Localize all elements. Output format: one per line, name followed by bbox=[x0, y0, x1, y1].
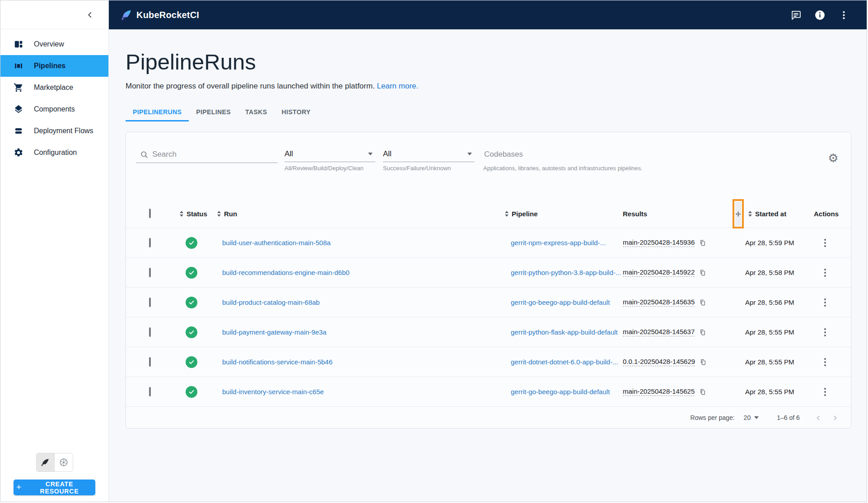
tab-pipelines[interactable]: PIPELINES bbox=[189, 103, 238, 121]
table-row: build-notifications-service-main-5b46 ge… bbox=[126, 347, 851, 377]
run-link[interactable]: build-user-authentication-main-508a bbox=[222, 239, 504, 247]
table-settings-button[interactable]: ⚙ bbox=[826, 151, 840, 165]
result-value[interactable]: main-20250428-145936 bbox=[623, 238, 695, 247]
sidebar-item-components[interactable]: Components bbox=[0, 98, 108, 120]
run-link[interactable]: build-product-catalog-main-68ab bbox=[222, 298, 504, 306]
result-value[interactable]: 0.0.1-20250428-145629 bbox=[623, 358, 695, 366]
sidebar-item-overview[interactable]: Overview bbox=[0, 33, 108, 55]
sidebar-item-label: Components bbox=[34, 105, 75, 113]
started-at-value: Apr 28, 5:59 PM bbox=[745, 239, 814, 247]
column-pipeline[interactable]: Pipeline bbox=[504, 210, 623, 218]
sidebar-header bbox=[0, 0, 108, 29]
tabs: PIPELINERUNS PIPELINES TASKS HISTORY bbox=[126, 103, 850, 121]
status-filter[interactable]: All Success/Failure/Unknown bbox=[383, 149, 475, 172]
sidebar-item-label: Marketplace bbox=[34, 84, 73, 92]
pipeline-link[interactable]: gerrit-python-flask-app-build-default bbox=[511, 328, 623, 336]
feedback-chat-button[interactable] bbox=[790, 9, 802, 21]
row-checkbox[interactable] bbox=[149, 387, 151, 396]
row-actions-button[interactable] bbox=[814, 388, 830, 396]
result-value[interactable]: main-20250428-145637 bbox=[623, 328, 695, 336]
row-actions-button[interactable] bbox=[814, 358, 830, 366]
overflow-menu-button[interactable] bbox=[838, 9, 849, 21]
codebases-input[interactable] bbox=[483, 149, 772, 162]
column-results: Results bbox=[623, 210, 733, 218]
next-page-button[interactable]: › bbox=[833, 412, 837, 423]
page-title: PipelineRuns bbox=[126, 49, 850, 75]
search-input[interactable] bbox=[151, 149, 264, 159]
copy-icon bbox=[699, 329, 706, 336]
table-row: build-payment-gateway-main-9e3a gerrit-p… bbox=[126, 317, 851, 347]
chevron-down-icon bbox=[368, 153, 373, 155]
row-actions-button[interactable] bbox=[814, 328, 830, 336]
kubernetes-view-toggle[interactable] bbox=[55, 453, 73, 471]
pipelineruns-card: All All/Review/Build/Deploy/Clean All Su… bbox=[126, 132, 851, 428]
run-link[interactable]: build-notifications-service-main-5b46 bbox=[222, 358, 504, 366]
flows-icon bbox=[14, 126, 23, 136]
previous-page-button[interactable]: ‹ bbox=[816, 412, 821, 423]
column-status[interactable]: Status bbox=[172, 210, 215, 218]
row-checkbox[interactable] bbox=[149, 238, 151, 247]
sort-icon bbox=[505, 211, 509, 217]
search-field bbox=[136, 149, 278, 163]
sidebar-item-pipelines[interactable]: Pipelines bbox=[0, 55, 108, 77]
pagination-nav: ‹ › bbox=[816, 412, 837, 423]
kuberocketci-view-toggle[interactable] bbox=[37, 453, 55, 471]
pipeline-link[interactable]: gerrit-npm-express-app-build-... bbox=[511, 239, 623, 247]
column-actions: Actions bbox=[814, 210, 852, 218]
sidebar-item-configuration[interactable]: Configuration bbox=[0, 142, 108, 163]
status-success-icon bbox=[186, 267, 197, 279]
row-actions-button[interactable] bbox=[814, 298, 830, 307]
copy-icon bbox=[700, 359, 707, 366]
tab-pipelineruns[interactable]: PIPELINERUNS bbox=[126, 103, 189, 121]
copy-button[interactable] bbox=[699, 269, 706, 276]
run-link[interactable]: build-inventory-service-main-c65e bbox=[222, 388, 504, 396]
column-started-at[interactable]: Started at bbox=[745, 210, 814, 218]
rows-per-page-select[interactable]: 20 bbox=[744, 414, 759, 421]
column-resize-handle[interactable] bbox=[735, 202, 741, 226]
started-at-value: Apr 28, 5:55 PM bbox=[745, 328, 814, 336]
sidebar-item-marketplace[interactable]: Marketplace bbox=[0, 77, 108, 98]
copy-button[interactable] bbox=[699, 329, 706, 336]
type-filter[interactable]: All All/Review/Build/Deploy/Clean bbox=[285, 149, 375, 172]
copy-button[interactable] bbox=[699, 299, 706, 306]
row-actions-button[interactable] bbox=[814, 269, 830, 277]
pipeline-link[interactable]: gerrit-dotnet-dotnet-6.0-app-build-... bbox=[511, 358, 623, 366]
copy-button[interactable] bbox=[700, 359, 707, 366]
pipeline-link[interactable]: gerrit-python-python-3.8-app-build-... bbox=[511, 269, 623, 276]
row-actions-button[interactable] bbox=[814, 239, 830, 247]
row-checkbox[interactable] bbox=[149, 268, 151, 277]
learn-more-link[interactable]: Learn more. bbox=[377, 82, 419, 90]
row-checkbox[interactable] bbox=[149, 357, 151, 367]
search-icon bbox=[140, 150, 149, 159]
app-title: KubeRocketCI bbox=[136, 10, 199, 20]
info-button[interactable] bbox=[814, 9, 826, 21]
column-run[interactable]: Run bbox=[215, 210, 504, 218]
collapse-sidebar-button[interactable] bbox=[84, 9, 96, 21]
pipeline-link[interactable]: gerrit-go-beego-app-build-default bbox=[511, 388, 623, 396]
run-link[interactable]: build-payment-gateway-main-9e3a bbox=[222, 328, 504, 336]
result-value[interactable]: main-20250428-145635 bbox=[623, 298, 695, 307]
sidebar: Overview Pipelines Marketplace Component… bbox=[0, 0, 109, 502]
sidebar-footer: + CREATE RESOURCE bbox=[0, 453, 108, 495]
tab-tasks[interactable]: TASKS bbox=[238, 103, 274, 121]
result-value[interactable]: main-20250428-145922 bbox=[623, 268, 695, 277]
copy-button[interactable] bbox=[699, 388, 706, 396]
run-link[interactable]: build-recommendations-engine-main-d6b0 bbox=[222, 269, 504, 276]
rocket-feather-icon bbox=[40, 457, 50, 467]
create-resource-button[interactable]: + CREATE RESOURCE bbox=[14, 480, 95, 495]
copy-icon bbox=[699, 388, 706, 396]
pipeline-link[interactable]: gerrit-go-beego-app-build-default bbox=[511, 298, 623, 306]
status-filter-helper: Success/Failure/Unknown bbox=[383, 165, 475, 172]
result-value[interactable]: main-20250428-145625 bbox=[623, 387, 695, 396]
status-success-icon bbox=[186, 326, 197, 338]
chevron-down-icon bbox=[467, 153, 472, 155]
row-checkbox[interactable] bbox=[149, 298, 151, 307]
tab-history[interactable]: HISTORY bbox=[274, 103, 317, 121]
select-all-checkbox[interactable] bbox=[149, 209, 151, 218]
kubernetes-icon bbox=[59, 457, 69, 467]
chevron-left-icon bbox=[85, 10, 95, 20]
row-checkbox[interactable] bbox=[149, 327, 151, 337]
table-body: build-user-authentication-main-508a gerr… bbox=[126, 228, 851, 407]
sidebar-item-deployment-flows[interactable]: Deployment Flows bbox=[0, 120, 108, 142]
copy-button[interactable] bbox=[699, 239, 706, 247]
